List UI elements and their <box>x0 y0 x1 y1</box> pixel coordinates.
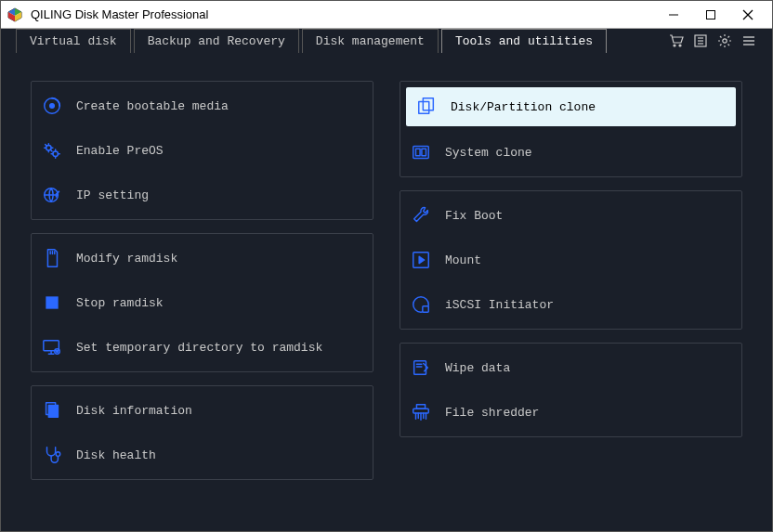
tool-item-label: Create bootable media <box>76 99 229 113</box>
tool-item-label: Wipe data <box>445 361 510 375</box>
app-logo-icon <box>7 6 23 23</box>
tool-panel: Fix BootMountiSCSI Initiator <box>400 190 742 330</box>
svg-rect-27 <box>46 296 58 308</box>
tab-bar: Virtual disk Backup and Recovery Disk ma… <box>1 29 772 53</box>
tab-virtual-disk[interactable]: Virtual disk <box>16 29 131 53</box>
svg-rect-34 <box>48 406 58 418</box>
tool-item-system-clone[interactable]: System clone <box>400 130 741 175</box>
tool-item-label: Disk/Partition clone <box>451 100 596 114</box>
wipe-icon <box>410 357 432 379</box>
tool-item-label: System clone <box>445 146 532 160</box>
svg-rect-37 <box>423 98 433 110</box>
tab-tools-utilities[interactable]: Tools and utilities <box>441 29 607 53</box>
svg-point-20 <box>50 104 55 109</box>
tool-item-ip-setting[interactable]: IP setting <box>32 173 373 217</box>
window-title: QILING Disk Master Professional <box>31 7 655 21</box>
menu-icon[interactable] <box>737 29 761 53</box>
stethoscope-icon <box>41 444 63 466</box>
svg-point-10 <box>679 45 681 46</box>
wrench-icon <box>410 204 432 227</box>
gear-icon[interactable] <box>713 29 737 53</box>
svg-rect-6 <box>707 10 715 19</box>
tool-item-disk-information[interactable]: Disk information <box>32 388 373 433</box>
svg-marker-42 <box>419 256 425 263</box>
svg-rect-36 <box>419 102 429 114</box>
monitor-gear-icon <box>41 336 63 358</box>
sdcard-icon <box>41 247 63 269</box>
svg-rect-39 <box>416 149 421 155</box>
cart-icon[interactable] <box>664 29 688 53</box>
tool-item-label: Set temporary directory to ramdisk <box>76 341 322 355</box>
titlebar: QILING Disk Master Professional <box>1 1 772 29</box>
left-column: Create bootable mediaEnable PreOSIP sett… <box>31 81 373 480</box>
tool-panel: Wipe dataFile shredder <box>400 343 742 437</box>
window-controls <box>655 1 766 29</box>
gears-icon <box>41 139 63 162</box>
tool-item-file-shredder[interactable]: File shredder <box>400 390 741 435</box>
tab-label: Tools and utilities <box>455 34 593 48</box>
tool-item-label: Fix Boot <box>445 209 503 223</box>
tab-backup-recovery[interactable]: Backup and Recovery <box>134 29 299 53</box>
tool-item-label: Enable PreOS <box>76 144 164 158</box>
tool-item-mount[interactable]: Mount <box>400 238 741 282</box>
stop-icon <box>41 292 63 314</box>
tab-label: Disk management <box>316 34 425 48</box>
pages-icon <box>41 399 63 422</box>
maximize-button[interactable] <box>692 1 729 29</box>
globe-icon <box>41 184 63 206</box>
tool-item-disk-health[interactable]: Disk health <box>32 433 373 477</box>
tool-item-label: Stop ramdisk <box>76 296 164 310</box>
svg-point-15 <box>723 39 727 43</box>
tool-item-label: iSCSI Initiator <box>445 298 554 312</box>
tool-item-fix-boot[interactable]: Fix Boot <box>400 193 741 238</box>
svg-point-9 <box>674 45 675 46</box>
iscsi-icon <box>410 293 432 316</box>
tool-item-iscsi-initiator[interactable]: iSCSI Initiator <box>400 282 741 327</box>
system-clone-icon <box>410 141 432 163</box>
minimize-button[interactable] <box>655 1 692 29</box>
shredder-icon <box>410 401 432 423</box>
svg-point-22 <box>53 151 58 157</box>
disc-icon <box>41 95 63 117</box>
tab-label: Virtual disk <box>30 34 117 48</box>
list-icon[interactable] <box>688 29 713 53</box>
tool-panel: Disk/Partition cloneSystem clone <box>400 81 742 177</box>
tool-item-label: Disk information <box>76 404 192 418</box>
right-column: Disk/Partition cloneSystem cloneFix Boot… <box>400 81 742 480</box>
tool-item-stop-ramdisk[interactable]: Stop ramdisk <box>32 280 373 325</box>
tool-item-label: Modify ramdisk <box>76 252 177 266</box>
tool-panel: Create bootable mediaEnable PreOSIP sett… <box>31 81 373 220</box>
play-icon <box>410 249 432 271</box>
tool-item-disk-partition-clone[interactable]: Disk/Partition clone <box>406 87 736 126</box>
tab-label: Backup and Recovery <box>148 34 285 48</box>
tab-disk-management[interactable]: Disk management <box>302 29 439 53</box>
svg-rect-45 <box>414 361 426 375</box>
tool-item-label: IP setting <box>76 188 149 202</box>
svg-rect-40 <box>422 149 426 155</box>
clone-icon <box>415 96 438 118</box>
svg-point-32 <box>57 351 59 353</box>
tool-item-label: Mount <box>445 253 481 267</box>
svg-rect-44 <box>423 306 428 312</box>
tool-item-enable-preos[interactable]: Enable PreOS <box>32 128 373 173</box>
tool-item-label: File shredder <box>445 406 539 420</box>
close-button[interactable] <box>729 1 766 29</box>
svg-point-35 <box>56 452 60 457</box>
tool-item-set-temporary-directory-to-ramdisk[interactable]: Set temporary directory to ramdisk <box>32 325 373 370</box>
tool-item-create-bootable-media[interactable]: Create bootable media <box>32 84 373 128</box>
tool-panel: Modify ramdiskStop ramdiskSet temporary … <box>31 233 373 372</box>
tool-panel: Disk informationDisk health <box>31 385 373 480</box>
tool-item-wipe-data[interactable]: Wipe data <box>400 345 741 390</box>
tool-item-label: Disk health <box>76 448 156 462</box>
content-area: Create bootable mediaEnable PreOSIP sett… <box>1 53 772 508</box>
tool-item-modify-ramdisk[interactable]: Modify ramdisk <box>32 236 373 280</box>
